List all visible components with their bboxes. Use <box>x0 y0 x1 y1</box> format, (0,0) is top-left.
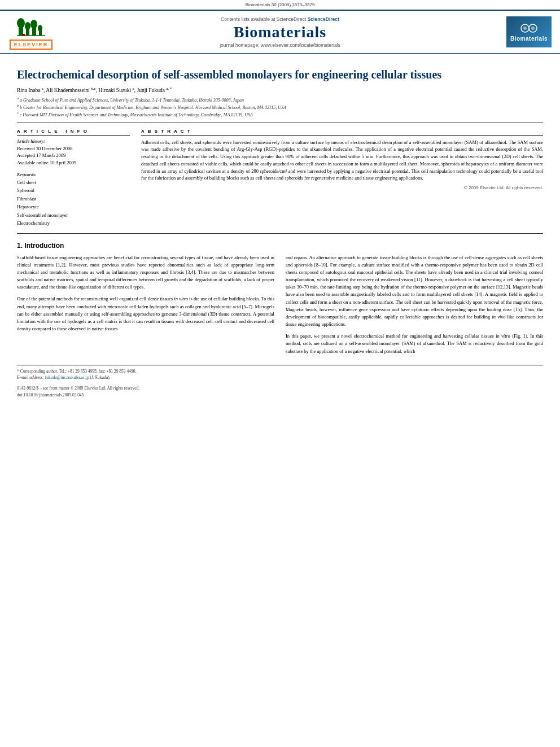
svg-point-12 <box>523 27 527 30</box>
keywords-list: Cell sheet Spheroid Fibroblast Hepatocyt… <box>17 178 130 228</box>
svg-point-5 <box>30 20 37 29</box>
intro-para-4: In this paper, we present a novel electr… <box>286 333 543 355</box>
copyright-note: © 2009 Elsevier Ltd. All rights reserved… <box>141 185 543 190</box>
online-date: Available online 10 April 2009 <box>17 159 130 167</box>
elsevier-tree-icon <box>16 14 47 38</box>
svg-point-13 <box>531 27 535 30</box>
abstract-text: Adherent cells, cell sheets, and spheroi… <box>141 139 543 182</box>
journal-homepage: journal homepage: www.elsevier.com/locat… <box>56 42 504 48</box>
intro-para-3: and organs. An alternative approach to g… <box>286 254 543 329</box>
accepted-date: Accepted 17 March 2009 <box>17 152 130 159</box>
issn-doi-area: 0142-9612/$ – see front matter © 2009 El… <box>17 385 543 398</box>
keyword-3: Fibroblast <box>17 195 130 203</box>
journal-badge-area: Biomaterials <box>504 16 554 47</box>
keyword-4: Hepatocyte <box>17 203 130 211</box>
sciencedirect-text: Contents lists available at ScienceDirec… <box>56 16 504 22</box>
abstract-header: A B S T R A C T <box>141 129 543 136</box>
keyword-6: Electrochemistry <box>17 219 130 227</box>
keywords-label: Keywords: <box>17 172 130 177</box>
footnotes: * Corresponding author. Tel.: +81 29 853… <box>17 365 543 398</box>
sciencedirect-link[interactable]: ScienceDirect <box>308 16 339 22</box>
journal-title: Biomaterials <box>56 23 504 41</box>
article-history-label: Article history: <box>17 139 130 144</box>
main-content: Electrochemical desorption of self-assem… <box>0 55 560 404</box>
svg-point-3 <box>25 22 30 30</box>
authors-line: Rina Inaba a, Ali Khademhosseini b,c, Hi… <box>17 86 543 93</box>
article-info-header: A R T I C L E I N F O <box>17 129 130 136</box>
intro-para-2: One of the potential methods for reconst… <box>17 295 274 333</box>
badge-title: Biomaterials <box>510 36 548 42</box>
intro-para-1: Scaffold-based tissue engineering approa… <box>17 254 274 291</box>
article-info-abstract-row: A R T I C L E I N F O Article history: R… <box>17 129 543 228</box>
biomaterials-badge: Biomaterials <box>506 16 552 47</box>
article-info-column: A R T I C L E I N F O Article history: R… <box>17 129 130 228</box>
introduction-body: Scaffold-based tissue engineering approa… <box>17 254 543 360</box>
svg-point-7 <box>38 25 42 32</box>
intro-col-left: Scaffold-based tissue engineering approa… <box>17 254 274 360</box>
email-link[interactable]: fukuda@ins.tsukuba.ac.jp <box>45 375 89 380</box>
received-date: Received 30 December 2008 <box>17 145 130 152</box>
journal-header: ELSEVIER Contents lists available at Sci… <box>0 10 560 54</box>
email-note: E-mail address: fukuda@ins.tsukuba.ac.jp… <box>17 374 543 381</box>
intro-col-right: and organs. An alternative approach to g… <box>286 254 543 360</box>
svg-point-1 <box>17 18 25 28</box>
issn-note: 0142-9612/$ – see front matter © 2009 El… <box>17 385 543 391</box>
section-divider <box>17 233 543 234</box>
keyword-1: Cell sheet <box>17 178 130 186</box>
keyword-2: Spheroid <box>17 186 130 194</box>
header-divider <box>17 123 543 123</box>
elsevier-logo-area: ELSEVIER <box>6 14 56 50</box>
svg-point-9 <box>22 34 25 36</box>
affiliations: a a Graduate School of Pure and Applied … <box>17 96 543 118</box>
article-title: Electrochemical desorption of self-assem… <box>17 67 543 82</box>
doi-note: doi:10.1016/j.biomaterials.2009.03.045 <box>17 392 543 398</box>
elsevier-label: ELSEVIER <box>10 40 53 50</box>
abstract-column: A B S T R A C T Adherent cells, cell she… <box>141 129 543 228</box>
corresponding-author-note: * Corresponding author. Tel.: +81 29 853… <box>17 368 543 374</box>
keyword-5: Self-assembled monolayer <box>17 211 130 219</box>
journal-reference: Biomaterials 30 (2009) 3573–3579 <box>0 0 560 8</box>
introduction-title: 1. Introduction <box>17 242 543 250</box>
journal-title-area: Contents lists available at ScienceDirec… <box>56 16 504 48</box>
